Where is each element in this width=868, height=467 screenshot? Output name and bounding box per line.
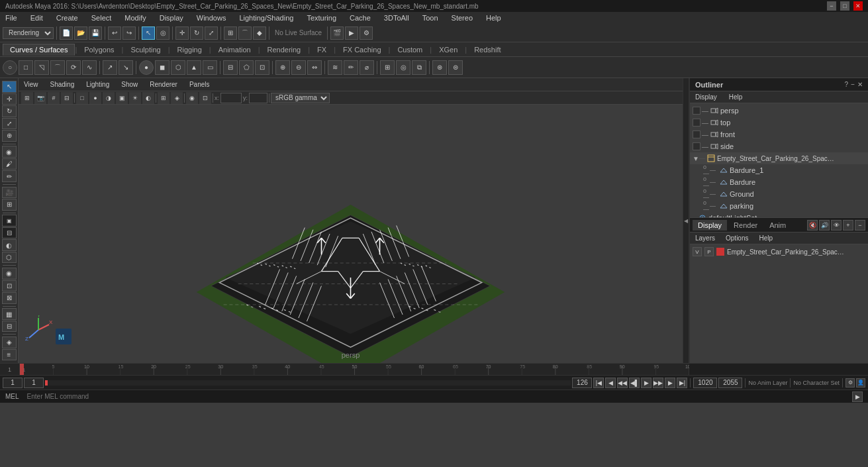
solo-btn[interactable]: 🔊 (819, 220, 830, 231)
joint-btn[interactable]: ⊛ (432, 60, 447, 75)
plane-btn[interactable]: ▭ (203, 60, 217, 75)
texture-btn[interactable]: ⬡ (2, 252, 17, 264)
end-frame-input[interactable] (572, 378, 592, 388)
outliner-item-default-light-set[interactable]: defaultLightSet (690, 212, 868, 217)
bevel-btn[interactable]: ⬠ (239, 60, 254, 75)
outliner-item-top[interactable]: — top (690, 117, 868, 129)
snap-to-point-btn[interactable]: ◆ (253, 26, 266, 40)
step-fwd-btn[interactable]: ▶ (665, 378, 675, 388)
frame-all-btn[interactable]: ⊠ (2, 292, 17, 304)
menu-edit[interactable]: Edit (28, 14, 46, 22)
menu-lighting-shading[interactable]: Lighting/Shading (236, 14, 296, 22)
vp-frame-all-btn[interactable]: ⊡ (199, 92, 211, 104)
shelf-btn-2[interactable]: □ (19, 60, 33, 75)
save-scene-btn[interactable]: 💾 (89, 26, 102, 40)
tab-curves-surfaces[interactable]: Curves / Surfaces (3, 44, 75, 56)
side-toggle[interactable] (693, 142, 700, 150)
soft-select-btn[interactable]: ◉ (2, 146, 17, 158)
snap-to-grid-btn[interactable]: ⊞ (224, 26, 237, 40)
vp-hud-btn[interactable]: ⊟ (61, 92, 73, 104)
minimize-button[interactable]: − (827, 1, 836, 11)
tab-redshift[interactable]: Redshift (467, 44, 508, 56)
outliner-item-parking[interactable]: o— — parking (690, 200, 868, 212)
select-all-btn[interactable]: ⊞ (21, 92, 33, 104)
outliner-item-bardure1[interactable]: o— — Bardure_1 (690, 164, 868, 176)
render-settings-btn[interactable]: ⚙ (360, 26, 373, 40)
sculpt-geom-btn[interactable]: ✏ (2, 170, 17, 182)
outliner-close-btn[interactable]: ✕ (857, 81, 863, 88)
ik-btn[interactable]: ⊜ (448, 60, 463, 75)
rotate-tool-btn[interactable]: ↻ (190, 26, 203, 40)
tab-animation[interactable]: Animation (211, 44, 258, 56)
smooth-btn[interactable]: ≋ (328, 60, 342, 75)
cylinder-btn[interactable]: ⬡ (171, 60, 185, 75)
menu-toon[interactable]: Toon (420, 14, 441, 22)
layer-color-swatch[interactable] (716, 248, 724, 256)
separate-btn[interactable]: ⊖ (291, 60, 306, 75)
extrude-btn[interactable]: ⊟ (223, 60, 238, 75)
shelf-btn-3[interactable]: ◹ (34, 60, 49, 75)
menu-modify[interactable]: Modify (122, 14, 148, 22)
safe-areas-btn[interactable]: ⊟ (2, 321, 17, 333)
viewport-menu-renderer[interactable]: Renderer (147, 81, 180, 88)
playback-speed-input[interactable] (693, 378, 717, 388)
layer-p-btn[interactable]: P (704, 247, 714, 256)
select-tool-btn[interactable]: ↖ (142, 26, 155, 40)
go-to-end-btn[interactable]: ▶| (677, 378, 687, 388)
collapse-strip[interactable]: ◀ (683, 78, 689, 363)
shelf-btn-1[interactable]: ○ (3, 60, 17, 75)
sphere-btn[interactable]: ● (139, 60, 154, 75)
tab-render[interactable]: Render (728, 220, 763, 231)
mirror-btn[interactable]: ⇔ (307, 60, 322, 75)
isolate-select-btn[interactable]: ◉ (2, 268, 17, 280)
menu-file[interactable]: File (3, 14, 20, 22)
vp-shadows-btn[interactable]: ◐ (142, 92, 154, 104)
deform-btn[interactable]: ⌀ (360, 60, 374, 75)
menu-display[interactable]: Display (157, 14, 186, 22)
wireframe-btn[interactable]: ⊟ (2, 227, 17, 239)
vp-cam-btn[interactable]: 📷 (34, 92, 46, 104)
move-tool-btn[interactable]: ✛ (175, 26, 189, 40)
outliner-item-persp[interactable]: — persp (690, 105, 868, 117)
menu-3dtoall[interactable]: 3DToAll (381, 14, 412, 22)
viewport-menu-panels[interactable]: Panels (187, 81, 213, 88)
timeline-ruler[interactable]: 1 5 10 15 20 25 30 35 40 45 50 55 60 (20, 364, 689, 375)
mel-command-input[interactable] (27, 393, 852, 400)
display-options-btn[interactable]: ▣ (2, 215, 17, 227)
cube-btn[interactable]: ◼ (155, 60, 169, 75)
universal-manip-btn[interactable]: ⊕ (2, 130, 17, 142)
tab-rendering[interactable]: Rendering (260, 44, 308, 56)
wrap-btn[interactable]: ⧉ (412, 60, 426, 75)
shelf-btn-5[interactable]: ⟳ (66, 60, 81, 75)
step-back-btn[interactable]: ◀ (605, 378, 616, 388)
show-manip-btn[interactable]: ⊞ (2, 199, 17, 211)
vis-btn[interactable]: 👁 (831, 220, 842, 231)
shelf-btn-6[interactable]: ∿ (82, 60, 97, 75)
menu-stereo[interactable]: Stereo (449, 14, 475, 22)
channel-submenu-layers[interactable]: Layers (693, 234, 718, 242)
vp-grid-toggle-btn[interactable]: ⊞ (158, 92, 169, 104)
play-back-btn[interactable]: ◀▌ (629, 378, 640, 388)
outliner-item-ground[interactable]: o— — Ground (690, 188, 868, 200)
crease-btn[interactable]: ≡ (2, 349, 17, 361)
cluster-btn[interactable]: ◎ (396, 60, 410, 75)
character-set-btn[interactable]: 👤 (856, 378, 865, 388)
tab-xgen[interactable]: XGen (432, 44, 465, 56)
layer-v-btn[interactable]: V (693, 247, 702, 256)
channel-submenu-help[interactable]: Help (756, 234, 775, 242)
tab-display[interactable]: Display (693, 220, 727, 231)
maximize-button[interactable]: □ (840, 1, 849, 11)
mode-dropdown[interactable]: Rendering Animation Rigging Polygons (3, 27, 54, 39)
xray-btn[interactable]: ◈ (2, 337, 17, 348)
bridge-btn[interactable]: ⊡ (255, 60, 269, 75)
viewport-menu-lighting[interactable]: Lighting (83, 81, 112, 88)
tab-custom[interactable]: Custom (390, 44, 430, 56)
vp-flat-btn[interactable]: ◑ (103, 92, 115, 104)
scale-mode-btn[interactable]: ⤢ (2, 118, 17, 130)
outliner-item-main-group[interactable]: ▼ — Empty_Street_Car_Parking_26_Spaces_N… (690, 152, 868, 164)
tab-rigging[interactable]: Rigging (170, 44, 209, 56)
close-button[interactable]: ✕ (853, 1, 863, 11)
lasso-btn[interactable]: ◎ (156, 26, 169, 40)
vp-pos-y-input[interactable]: 1.00 (249, 93, 267, 103)
vp-grid-btn[interactable]: # (48, 92, 60, 104)
